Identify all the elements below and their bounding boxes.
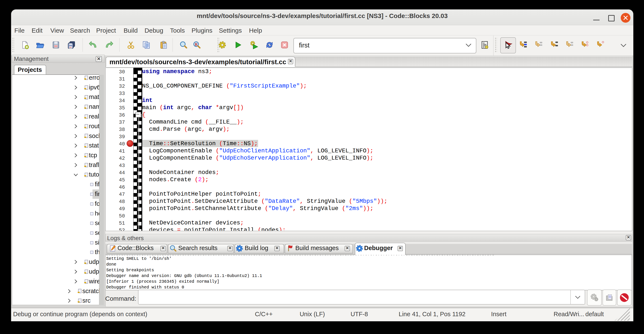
svg-text:R: R xyxy=(195,42,198,47)
